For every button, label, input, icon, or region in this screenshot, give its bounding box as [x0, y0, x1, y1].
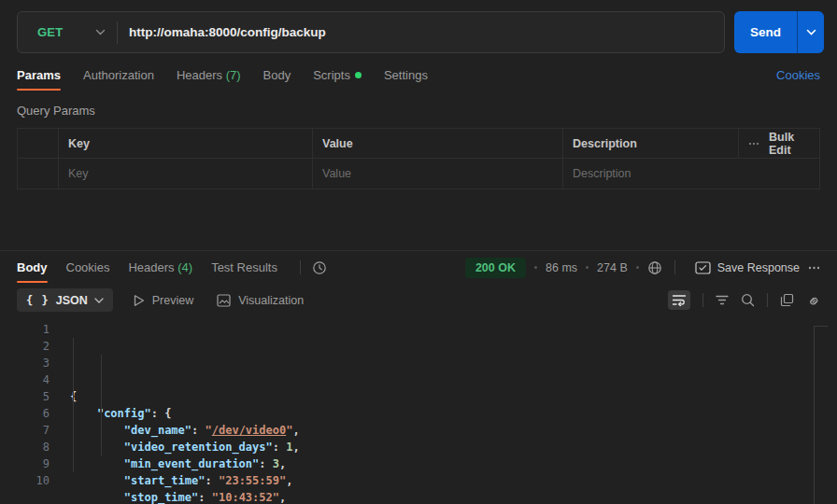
response-body-viewer[interactable]: 12345678910 { "config": { "dev_name": "/…	[0, 316, 837, 504]
response-history-button[interactable]	[312, 260, 327, 275]
braces-icon: { }	[26, 294, 50, 307]
param-description-input[interactable]: Description	[563, 159, 819, 189]
code-line: "stop_time": "10:43:52",	[70, 489, 300, 504]
indent-guide	[101, 355, 102, 455]
query-params-table: Key Value Description Bulk Edit Key Valu…	[17, 128, 820, 189]
preview-button[interactable]: Preview	[133, 294, 193, 307]
param-key-input[interactable]: Key	[59, 159, 313, 189]
method-dropdown[interactable]: GET	[18, 25, 117, 39]
save-response-icon	[695, 261, 711, 274]
response-tab-headers[interactable]: Headers (4)	[128, 252, 192, 283]
key-column-header: Key	[59, 129, 313, 159]
separator-dot	[636, 266, 639, 269]
save-response-button[interactable]: Save Response	[695, 261, 800, 274]
visualization-label: Visualization	[238, 294, 304, 307]
clock-history-icon	[312, 260, 327, 275]
link-icon	[806, 293, 820, 307]
response-tab-body[interactable]: Body	[17, 252, 48, 283]
code-line: "dev_name": "/dev/video0",	[70, 422, 300, 439]
visualization-button[interactable]: Visualization	[217, 294, 304, 307]
divider	[767, 293, 768, 307]
code-line: "video_retention_days": 1,	[70, 439, 300, 455]
more-dots-icon	[808, 266, 820, 270]
preview-label: Preview	[152, 294, 193, 307]
status-badge[interactable]: 200 OK	[465, 258, 526, 278]
cookies-link[interactable]: Cookies	[776, 68, 820, 82]
scrollbar-track[interactable]	[814, 326, 837, 504]
copy-button[interactable]	[780, 293, 794, 307]
tab-scripts[interactable]: Scripts	[313, 60, 362, 91]
separator-dot	[534, 266, 537, 269]
network-info-button[interactable]	[647, 260, 662, 275]
wrap-text-icon	[672, 294, 687, 306]
method-label: GET	[37, 25, 63, 39]
save-response-label: Save Response	[717, 261, 800, 274]
query-params-title: Query Params	[0, 91, 837, 128]
link-button[interactable]	[806, 293, 820, 307]
url-input[interactable]	[118, 25, 724, 39]
format-dropdown[interactable]: { } JSON	[17, 288, 113, 312]
image-icon	[217, 294, 231, 307]
more-dots-icon	[748, 142, 759, 146]
bulk-edit-label: Bulk Edit	[769, 131, 810, 157]
headers-count: (7)	[226, 68, 241, 82]
response-size[interactable]: 274 B	[597, 261, 628, 274]
response-meta: 200 OK 86 ms 274 B Save Response	[465, 258, 820, 278]
separator-dot	[586, 266, 589, 269]
filter-button[interactable]	[716, 295, 729, 305]
divider	[300, 260, 301, 274]
value-column-header: Value	[313, 129, 563, 159]
search-button[interactable]	[741, 293, 755, 307]
bulk-edit-button[interactable]: Bulk Edit	[739, 129, 819, 159]
divider	[702, 293, 703, 307]
response-body-link[interactable]: /dev/video0	[212, 424, 286, 437]
globe-icon	[647, 260, 662, 275]
response-tabs: Body Cookies Headers (4) Test Results 20…	[0, 251, 837, 284]
divider	[674, 260, 675, 274]
tab-authorization[interactable]: Authorization	[83, 60, 154, 91]
response-time[interactable]: 86 ms	[546, 261, 577, 274]
scripts-status-dot	[355, 72, 362, 78]
send-options-button[interactable]	[797, 11, 824, 53]
wrap-text-button[interactable]	[668, 290, 690, 310]
url-row: GET Send	[0, 0, 837, 53]
response-headers-count: (4)	[177, 260, 192, 274]
response-tab-cookies[interactable]: Cookies	[66, 252, 110, 283]
code-lines: { "config": { "dev_name": "/dev/video0",…	[50, 321, 300, 504]
copy-icon	[780, 293, 794, 307]
select-column-header	[18, 129, 59, 159]
code-line: "start_time": "23:55:59",	[70, 472, 300, 489]
filter-icon	[716, 295, 729, 305]
description-column-header: Description	[563, 129, 739, 159]
code-line: {	[70, 388, 300, 405]
response-more-actions-button[interactable]	[808, 266, 820, 270]
tab-settings[interactable]: Settings	[384, 60, 428, 91]
search-icon	[741, 293, 755, 307]
chevron-down-icon	[94, 298, 104, 303]
code-line: "config": {	[70, 405, 300, 422]
request-pane: GET Send Params Authorization Headers (7…	[0, 0, 837, 250]
line-numbers: 12345678910	[0, 321, 50, 504]
response-pane: Body Cookies Headers (4) Test Results 20…	[0, 250, 837, 504]
row-select-cell[interactable]	[18, 159, 59, 189]
url-bar: GET	[17, 11, 725, 53]
viewer-actions	[668, 290, 820, 310]
tab-headers[interactable]: Headers (7)	[177, 60, 241, 91]
tab-body[interactable]: Body	[263, 60, 291, 91]
param-value-input[interactable]: Value	[313, 159, 563, 189]
code-line: "min_event_duration": 3,	[70, 455, 300, 472]
indent-guide	[73, 338, 74, 472]
send-split-button: Send	[734, 11, 824, 53]
chevron-down-icon	[95, 29, 106, 35]
play-icon	[133, 294, 145, 307]
chevron-down-icon	[806, 29, 816, 35]
response-viewer-toolbar: { } JSON Preview Visualization	[0, 284, 837, 316]
format-label: JSON	[56, 294, 88, 307]
send-button[interactable]: Send	[734, 11, 797, 53]
response-tab-test-results[interactable]: Test Results	[211, 252, 277, 283]
request-tabs: Params Authorization Headers (7) Body Sc…	[0, 59, 837, 91]
tab-params[interactable]: Params	[17, 60, 61, 91]
